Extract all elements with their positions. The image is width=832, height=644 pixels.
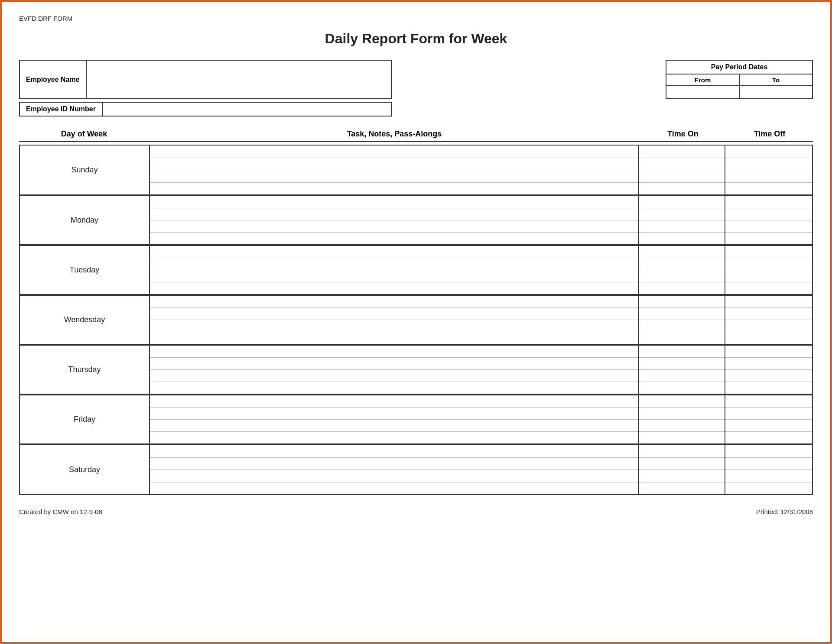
- day-label: Wendesday: [20, 295, 150, 344]
- task-line: [150, 258, 638, 270]
- time-off-line: [725, 382, 812, 394]
- task-line: [150, 233, 638, 244]
- time-on-line: [639, 296, 725, 308]
- time-off-line: [725, 408, 812, 420]
- time-off-line: [725, 370, 812, 382]
- time-on-line: [639, 358, 725, 370]
- task-line: [150, 382, 638, 394]
- time-on-line: [639, 246, 725, 258]
- day-label: Tuesday: [20, 245, 150, 294]
- time-off-line: [725, 482, 812, 495]
- task-line: [150, 208, 638, 220]
- time-on-line: [639, 270, 725, 282]
- day-label: Friday: [20, 395, 150, 443]
- time-on-cell[interactable]: [639, 345, 725, 394]
- time-off-cell[interactable]: [725, 345, 812, 394]
- time-off-cell[interactable]: [725, 245, 812, 294]
- time-on-line: [639, 420, 725, 432]
- time-on-line: [639, 220, 725, 233]
- task-cell[interactable]: [150, 345, 639, 394]
- task-line: [150, 308, 638, 320]
- time-on-line: [639, 158, 725, 171]
- time-off-cell[interactable]: [725, 444, 812, 494]
- time-on-cell[interactable]: [639, 295, 725, 344]
- time-off-line: [725, 196, 812, 208]
- day-label: Monday: [20, 195, 150, 244]
- task-line: [150, 196, 638, 208]
- task-line: [150, 170, 638, 183]
- time-on-line: [639, 482, 725, 495]
- task-line: [150, 470, 638, 482]
- time-on-line: [639, 196, 725, 208]
- task-line: [150, 358, 638, 370]
- time-off-line: [725, 346, 812, 358]
- employee-id-input[interactable]: [103, 103, 391, 116]
- time-on-line: [639, 320, 725, 332]
- form-header-label: EVFD DRF FORM: [19, 15, 813, 22]
- time-off-cell[interactable]: [725, 195, 812, 244]
- task-line: [150, 146, 638, 158]
- pay-period-box: Pay Period Dates From To: [666, 60, 813, 99]
- day-row: Monday: [20, 195, 812, 245]
- task-cell[interactable]: [150, 195, 639, 244]
- task-line: [150, 445, 638, 458]
- task-line: [150, 220, 638, 233]
- time-on-line: [639, 432, 725, 443]
- day-row: Saturday: [20, 444, 812, 494]
- time-off-cell[interactable]: [725, 395, 812, 443]
- task-line: [150, 282, 638, 294]
- task-line: [150, 482, 638, 495]
- time-on-line: [639, 308, 725, 320]
- page-wrapper: EVFD DRF FORM Daily Report Form for Week…: [0, 0, 832, 644]
- time-on-cell[interactable]: [639, 146, 725, 194]
- col-header-timeoff: Time Off: [726, 129, 813, 139]
- task-line: [150, 158, 638, 171]
- time-off-line: [725, 270, 812, 282]
- time-off-line: [725, 233, 812, 244]
- task-cell[interactable]: [150, 295, 639, 344]
- time-off-line: [725, 420, 812, 432]
- day-label: Thursday: [20, 345, 150, 394]
- pay-period-from-col: From: [666, 74, 740, 98]
- task-line: [150, 246, 638, 258]
- pay-period-header: Pay Period Dates: [666, 61, 812, 74]
- task-cell[interactable]: [150, 245, 639, 294]
- time-on-line: [639, 332, 725, 344]
- employee-name-input[interactable]: [87, 61, 391, 98]
- col-headers: Day of Week Task, Notes, Pass-Alongs Tim…: [19, 129, 813, 142]
- task-line: [150, 320, 638, 332]
- pay-period-cols: From To: [666, 74, 812, 98]
- time-on-line: [639, 458, 725, 470]
- task-line: [150, 370, 638, 382]
- time-off-line: [725, 158, 812, 171]
- task-cell[interactable]: [150, 146, 639, 194]
- day-label: Sunday: [20, 146, 150, 194]
- time-off-line: [725, 258, 812, 270]
- footer: Created by CMW on 12-9-08 Printed: 12/31…: [19, 508, 813, 515]
- time-on-line: [639, 258, 725, 270]
- employee-name-label: Employee Name: [20, 61, 87, 98]
- pay-period-from-input[interactable]: [666, 86, 739, 98]
- time-on-cell[interactable]: [639, 444, 725, 494]
- time-off-cell[interactable]: [725, 146, 812, 194]
- task-line: [150, 420, 638, 432]
- time-on-line: [639, 470, 725, 482]
- time-on-line: [639, 445, 725, 458]
- time-off-line: [725, 432, 812, 443]
- time-on-cell[interactable]: [639, 245, 725, 294]
- time-on-cell[interactable]: [639, 395, 725, 443]
- task-cell[interactable]: [150, 444, 639, 494]
- time-on-line: [639, 170, 725, 183]
- footer-right: Printed: 12/31/2008: [756, 508, 813, 515]
- task-line: [150, 408, 638, 420]
- employee-id-label: Employee ID Number: [20, 103, 103, 116]
- time-off-line: [725, 246, 812, 258]
- day-row: Thursday: [20, 345, 812, 395]
- pay-period-to-input[interactable]: [740, 86, 812, 98]
- time-off-cell[interactable]: [725, 295, 812, 344]
- task-line: [150, 270, 638, 282]
- time-on-line: [639, 408, 725, 420]
- col-header-timeon: Time On: [640, 129, 726, 139]
- time-on-cell[interactable]: [639, 195, 725, 244]
- task-cell[interactable]: [150, 395, 639, 443]
